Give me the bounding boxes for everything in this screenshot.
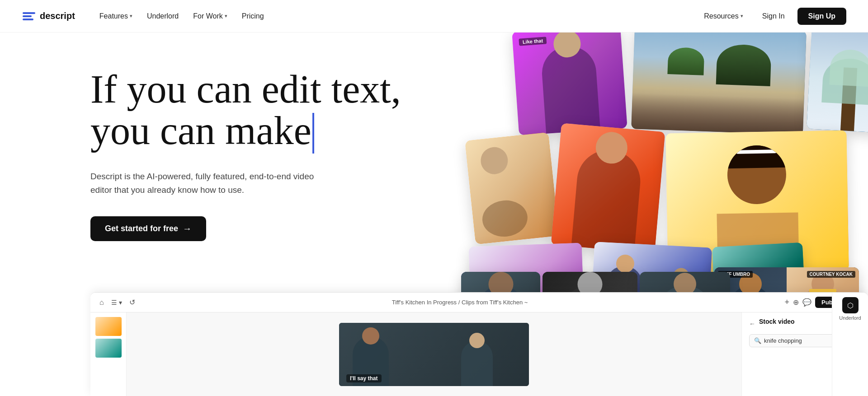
image-card-4	[465, 132, 559, 244]
hero-section: If you can edit text, you can make Descr…	[0, 33, 868, 396]
nav-links: Features ▾ Underlord For Work ▾ Pricing	[93, 9, 698, 24]
image-card-1: Like that	[512, 33, 627, 135]
search-icon: 🔍	[754, 337, 761, 344]
app-screenshot-bar: ⌂ ☰ ▾ ↺ Tiff's Kitchen In Progress / Cli…	[90, 292, 868, 396]
video-overlay-text: I'll say that	[346, 374, 382, 382]
navbar: descript Features ▾ Underlord For Work ▾…	[0, 0, 868, 33]
app-nav-icons: ⌂ ☰ ▾ ↺	[99, 298, 135, 307]
search-text: knife chopping	[764, 337, 802, 344]
image-card-5	[551, 123, 665, 253]
refresh-icon[interactable]: ↺	[129, 298, 135, 307]
stock-video-header: Stock video	[759, 318, 795, 325]
home-icon[interactable]: ⌂	[99, 298, 104, 307]
logo-text: descript	[40, 11, 75, 21]
image-card-3	[807, 33, 868, 133]
arrow-icon: →	[183, 224, 192, 234]
thumbnail-sidebar	[90, 312, 127, 396]
main-editor-area: I'll say that	[127, 312, 741, 396]
chevron-down-icon-resources: ▾	[741, 13, 743, 19]
hero-subtext: Descript is the AI-powered, fully featur…	[90, 170, 326, 196]
signup-button[interactable]: Sign Up	[797, 8, 846, 25]
headline-line2: you can make	[90, 109, 311, 153]
image-card-2	[631, 33, 807, 135]
breadcrumb: Tiff's Kitchen In Progress / Clips from …	[392, 299, 528, 306]
svg-rect-2	[23, 19, 33, 20]
hero-headline: If you can edit text, you can make	[90, 69, 407, 155]
logo[interactable]: descript	[22, 9, 75, 23]
app-top-bar: ⌂ ☰ ▾ ↺ Tiff's Kitchen In Progress / Cli…	[90, 293, 868, 312]
svg-rect-0	[23, 12, 35, 14]
jeff-name-tag: JEFF UMBRO	[718, 271, 753, 278]
thumbnail-2[interactable]	[95, 339, 122, 358]
signin-button[interactable]: Sign In	[753, 9, 794, 24]
like-that-label: Like that	[519, 37, 547, 46]
app-content-area: I'll say that ← Stock video 🔍 knife chop…	[90, 312, 868, 396]
share-icon[interactable]: ⊕	[793, 298, 799, 307]
underlord-icon[interactable]: ⬡	[842, 297, 859, 313]
person-figure-1: Like that	[512, 33, 627, 135]
text-cursor	[312, 113, 314, 154]
descript-logo-icon	[22, 9, 36, 23]
nav-item-for-work[interactable]: For Work ▾	[187, 9, 233, 24]
video-preview: I'll say that	[339, 323, 529, 386]
thumbnail-1[interactable]	[95, 317, 122, 336]
cta-button[interactable]: Get started for free →	[90, 216, 206, 241]
underlord-panel: ⬡ Underlord	[832, 293, 868, 396]
headline-line1: If you can edit text,	[90, 67, 401, 111]
chevron-down-icon-work: ▾	[225, 13, 227, 19]
plus-icon[interactable]: +	[785, 298, 790, 307]
chevron-down-icon: ▾	[130, 13, 132, 19]
courtney-name-tag: COURTNEY KOCAK	[807, 271, 855, 278]
nav-item-underlord[interactable]: Underlord	[141, 9, 185, 24]
comment-icon[interactable]: 💬	[802, 298, 811, 307]
nav-item-features[interactable]: Features ▾	[93, 9, 139, 24]
nav-item-pricing[interactable]: Pricing	[236, 9, 270, 24]
image-card-6	[665, 130, 849, 274]
underlord-label: Underlord	[839, 315, 861, 321]
back-arrow-icon[interactable]: ←	[749, 320, 755, 327]
nav-right: Resources ▾ Sign In Sign Up	[698, 8, 846, 25]
hero-text: If you can edit text, you can make Descr…	[90, 69, 407, 241]
list-icon[interactable]: ☰ ▾	[111, 299, 122, 306]
svg-rect-1	[23, 15, 32, 17]
nav-item-resources[interactable]: Resources ▾	[698, 9, 749, 24]
